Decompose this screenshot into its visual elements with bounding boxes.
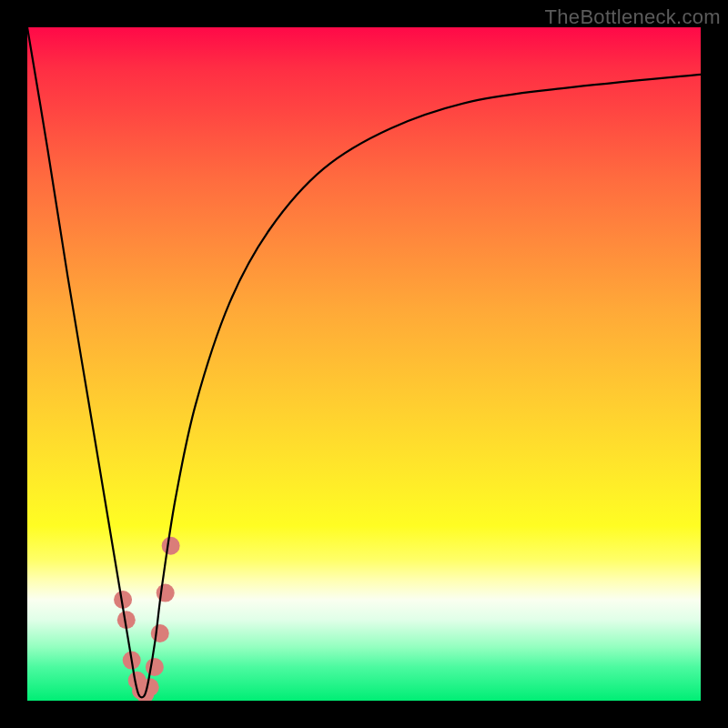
- marker-dot: [141, 678, 159, 696]
- marker-dot: [146, 658, 164, 676]
- chart-frame: TheBottleneck.com line: [0, 0, 728, 728]
- chart-svg: [27, 27, 701, 701]
- marker-dots-series: [114, 537, 180, 701]
- plot-area: [27, 27, 701, 701]
- marker-dot: [162, 537, 180, 555]
- marker-dot: [151, 624, 169, 642]
- marker-dot: [157, 584, 175, 602]
- watermark-text: TheBottleneck.com: [545, 5, 721, 29]
